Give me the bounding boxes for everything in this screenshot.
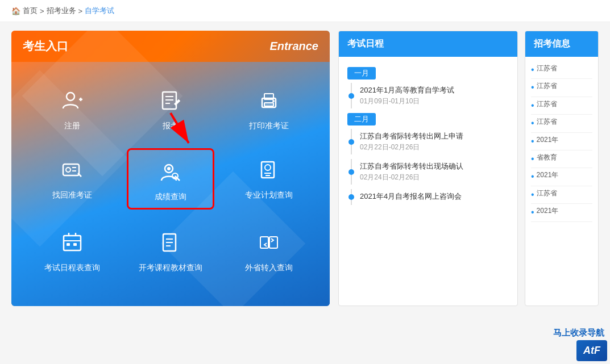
info-item-6[interactable]: • 省教育 <box>531 150 592 168</box>
bullet-9: • <box>531 206 534 219</box>
info-text-1: 江苏省 <box>537 64 557 73</box>
schedule-item-feb1: 江苏自考省际转考转出网上申请 02月22日-02月26日 <box>351 129 509 154</box>
svg-rect-39 <box>269 237 277 248</box>
breadcrumb-link1[interactable]: 招考业务 <box>47 6 76 16</box>
info-panel-header: 招考信息 <box>525 31 598 57</box>
breadcrumb-sep1: > <box>40 7 44 15</box>
score-icon <box>155 156 186 187</box>
bullet-1: • <box>531 64 534 76</box>
info-item-5[interactable]: • 2021年 <box>531 133 592 150</box>
print-icon <box>253 85 285 116</box>
february-tag: 二月 <box>347 113 376 125</box>
exam-schedule-label: 考试日程表查询 <box>44 263 100 273</box>
atf-badge: AtF <box>576 340 607 361</box>
schedule-item-jan1: 2021年1月高等教育自学考试 01月09日-01月10日 <box>351 83 509 108</box>
info-item-8[interactable]: • 江苏省 <box>531 186 592 204</box>
plan-label: 专业计划查询 <box>245 190 293 200</box>
info-content: • 江苏省 • 江苏省 • 江苏省 • 江苏省 • 2021年 <box>525 57 598 227</box>
schedule-item-feb3: 2021年4月自考报名网上咨询会 <box>351 189 509 205</box>
find-cert-icon <box>56 154 88 186</box>
info-item-2[interactable]: • 江苏省 <box>531 79 592 97</box>
svg-rect-31 <box>67 243 70 246</box>
event-title-feb3: 2021年4月自考报名网上咨询会 <box>360 191 509 202</box>
find-cert-label: 找回准考证 <box>52 190 92 200</box>
atf-text: AtF <box>583 345 600 356</box>
info-text-7: 2021年 <box>537 170 559 180</box>
exam-schedule-button[interactable]: 考试日程表查询 <box>28 221 115 279</box>
event-title-feb1: 江苏自考省际转考转出网上申请 <box>360 131 509 141</box>
info-text-3: 江苏省 <box>537 99 557 109</box>
score-label: 成绩查询 <box>155 192 186 202</box>
event-date-feb2: 02月24日-02月26日 <box>360 173 509 182</box>
bullet-6: • <box>531 153 534 165</box>
info-text-8: 江苏省 <box>537 189 557 198</box>
bullet-7: • <box>531 170 534 183</box>
textbook-icon <box>155 227 186 258</box>
svg-rect-38 <box>260 237 268 248</box>
schedule-header: 考试日程 <box>339 31 517 57</box>
schedule-title: 考试日程 <box>347 39 384 48</box>
score-query-button[interactable]: 成绩查询 <box>127 148 214 210</box>
breadcrumb-sep2: > <box>78 7 83 15</box>
entrance-header: 考生入口 Entrance <box>11 31 330 62</box>
schedule-content[interactable]: 一月 2021年1月高等教育自学考试 01月09日-01月10日 二月 江苏自考… <box>339 57 517 211</box>
bullet-2: • <box>531 81 534 94</box>
find-cert-button[interactable]: 找回准考证 <box>28 148 115 210</box>
red-arrow <box>165 110 199 152</box>
info-item-9[interactable]: • 2021年 <box>531 204 592 221</box>
plan-icon <box>253 154 285 186</box>
svg-point-24 <box>265 165 271 170</box>
svg-point-13 <box>272 100 275 102</box>
info-item-7[interactable]: • 2021年 <box>531 168 592 186</box>
watermark: 马上收录导航 <box>553 328 604 338</box>
register-button[interactable]: 注册 <box>28 79 115 137</box>
svg-point-2 <box>67 93 74 101</box>
transfer-label: 外省转入查询 <box>245 263 293 273</box>
breadcrumb-home[interactable]: 首页 <box>23 6 38 16</box>
info-text-9: 2021年 <box>537 206 559 216</box>
icons-grid: 注册 报考 <box>23 73 318 284</box>
transfer-query-button[interactable]: 外省转入查询 <box>226 221 313 279</box>
entrance-body: 注册 报考 <box>11 62 330 306</box>
textbook-query-button[interactable]: 开考课程教材查询 <box>127 221 214 279</box>
svg-rect-32 <box>73 243 77 246</box>
main-content: 考生入口 Entrance <box>0 22 610 315</box>
breadcrumb: 🏠 首页 > 招考业务 > 自学考试 <box>0 0 610 22</box>
svg-point-15 <box>66 168 70 172</box>
entrance-panel: 考生入口 Entrance <box>11 31 330 306</box>
entrance-subtitle: Entrance <box>269 40 318 53</box>
print-button[interactable]: 打印准考证 <box>226 79 313 137</box>
svg-rect-27 <box>64 236 81 250</box>
event-title-jan1: 2021年1月高等教育自学考试 <box>360 85 509 95</box>
register-icon <box>56 85 88 116</box>
svg-line-1 <box>171 113 189 143</box>
info-item-4[interactable]: • 江苏省 <box>531 115 592 132</box>
breadcrumb-current[interactable]: 自学考试 <box>85 6 114 16</box>
january-tag: 一月 <box>347 67 376 80</box>
textbook-label: 开考课程教材查询 <box>139 263 202 273</box>
event-date-jan1: 01月09日-01月10日 <box>360 97 509 106</box>
bullet-4: • <box>531 117 534 129</box>
schedule-panel: 考试日程 一月 2021年1月高等教育自学考试 01月09日-01月10日 二月… <box>338 31 518 306</box>
right-panels: 考试日程 一月 2021年1月高等教育自学考试 01月09日-01月10日 二月… <box>338 31 599 306</box>
info-text-2: 江苏省 <box>537 81 557 91</box>
event-title-feb2: 江苏自考省际转考转出现场确认 <box>360 161 509 171</box>
schedule-item-feb2: 江苏自考省际转考转出现场确认 02月24日-02月26日 <box>351 159 509 185</box>
print-label: 打印准考证 <box>249 121 289 131</box>
transfer-icon <box>253 227 285 258</box>
event-date-feb1: 02月22日-02月26日 <box>360 143 509 152</box>
svg-point-20 <box>167 167 171 170</box>
info-item-3[interactable]: • 江苏省 <box>531 97 592 115</box>
info-text-4: 江苏省 <box>537 117 557 127</box>
plan-query-button[interactable]: 专业计划查询 <box>226 148 313 210</box>
info-panel-title: 招考信息 <box>534 39 570 48</box>
month-february: 二月 江苏自考省际转考转出网上申请 02月22日-02月26日 江苏自考省际转考… <box>347 108 509 205</box>
info-text-6: 省教育 <box>537 153 557 162</box>
exam-schedule-icon <box>56 227 88 258</box>
info-item-1[interactable]: • 江苏省 <box>531 61 592 79</box>
info-text-5: 2021年 <box>537 135 559 145</box>
bullet-5: • <box>531 135 534 148</box>
home-icon: 🏠 <box>11 7 20 15</box>
bullet-3: • <box>531 99 534 112</box>
watermark-text: 马上收录导航 <box>553 328 604 337</box>
